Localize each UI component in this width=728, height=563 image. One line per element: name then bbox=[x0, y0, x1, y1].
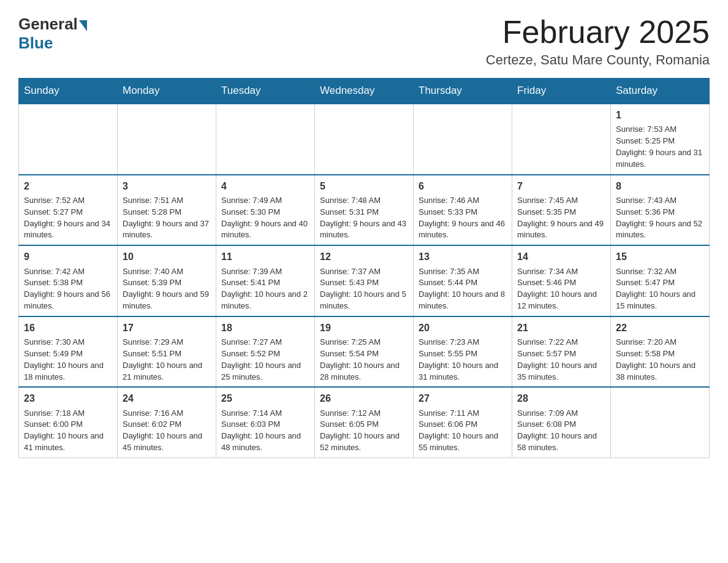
day-number: 21 bbox=[517, 321, 605, 335]
calendar-cell: 18Sunrise: 7:27 AM Sunset: 5:52 PM Dayli… bbox=[216, 316, 315, 388]
calendar-cell: 4Sunrise: 7:49 AM Sunset: 5:30 PM Daylig… bbox=[216, 175, 315, 246]
calendar-cell: 28Sunrise: 7:09 AM Sunset: 6:08 PM Dayli… bbox=[512, 387, 611, 458]
day-info: Sunrise: 7:22 AM Sunset: 5:57 PM Dayligh… bbox=[517, 337, 605, 383]
day-info: Sunrise: 7:37 AM Sunset: 5:43 PM Dayligh… bbox=[320, 266, 408, 312]
day-number: 18 bbox=[221, 321, 309, 335]
day-info: Sunrise: 7:29 AM Sunset: 5:51 PM Dayligh… bbox=[123, 337, 211, 383]
day-number: 19 bbox=[320, 321, 408, 335]
calendar-cell: 22Sunrise: 7:20 AM Sunset: 5:58 PM Dayli… bbox=[611, 316, 710, 388]
calendar-header-tuesday: Tuesday bbox=[216, 79, 315, 104]
calendar-header-sunday: Sunday bbox=[19, 79, 118, 104]
day-number: 26 bbox=[320, 391, 408, 405]
calendar-cell: 24Sunrise: 7:16 AM Sunset: 6:02 PM Dayli… bbox=[118, 387, 216, 458]
day-info: Sunrise: 7:20 AM Sunset: 5:58 PM Dayligh… bbox=[616, 337, 704, 383]
calendar-cell: 11Sunrise: 7:39 AM Sunset: 5:41 PM Dayli… bbox=[216, 245, 315, 316]
calendar-cell bbox=[216, 104, 315, 175]
calendar-cell: 2Sunrise: 7:52 AM Sunset: 5:27 PM Daylig… bbox=[19, 175, 118, 246]
day-number: 16 bbox=[24, 321, 112, 335]
calendar-cell: 6Sunrise: 7:46 AM Sunset: 5:33 PM Daylig… bbox=[414, 175, 512, 246]
day-number: 11 bbox=[221, 250, 309, 264]
logo-general-text: General bbox=[18, 15, 78, 34]
location-subtitle: Certeze, Satu Mare County, Romania bbox=[486, 52, 710, 68]
calendar-header-friday: Friday bbox=[512, 79, 611, 104]
day-number: 7 bbox=[517, 179, 605, 193]
calendar-cell: 26Sunrise: 7:12 AM Sunset: 6:05 PM Dayli… bbox=[315, 387, 414, 458]
calendar-cell: 1Sunrise: 7:53 AM Sunset: 5:25 PM Daylig… bbox=[611, 104, 710, 175]
calendar-cell: 12Sunrise: 7:37 AM Sunset: 5:43 PM Dayli… bbox=[315, 245, 414, 316]
calendar-cell: 7Sunrise: 7:45 AM Sunset: 5:35 PM Daylig… bbox=[512, 175, 611, 246]
day-info: Sunrise: 7:46 AM Sunset: 5:33 PM Dayligh… bbox=[419, 195, 507, 241]
calendar-cell: 8Sunrise: 7:43 AM Sunset: 5:36 PM Daylig… bbox=[611, 175, 710, 246]
day-number: 12 bbox=[320, 250, 408, 264]
day-info: Sunrise: 7:49 AM Sunset: 5:30 PM Dayligh… bbox=[221, 195, 309, 241]
day-info: Sunrise: 7:11 AM Sunset: 6:06 PM Dayligh… bbox=[419, 408, 507, 454]
day-info: Sunrise: 7:12 AM Sunset: 6:05 PM Dayligh… bbox=[320, 408, 408, 454]
day-info: Sunrise: 7:25 AM Sunset: 5:54 PM Dayligh… bbox=[320, 337, 408, 383]
calendar-cell bbox=[19, 104, 118, 175]
calendar-header-thursday: Thursday bbox=[414, 79, 512, 104]
logo-blue-text: Blue bbox=[18, 34, 53, 52]
day-number: 28 bbox=[517, 391, 605, 405]
calendar-cell: 14Sunrise: 7:34 AM Sunset: 5:46 PM Dayli… bbox=[512, 245, 611, 316]
day-info: Sunrise: 7:34 AM Sunset: 5:46 PM Dayligh… bbox=[517, 266, 605, 312]
calendar-cell: 15Sunrise: 7:32 AM Sunset: 5:47 PM Dayli… bbox=[611, 245, 710, 316]
calendar-cell bbox=[611, 387, 710, 458]
calendar-week-row: 2Sunrise: 7:52 AM Sunset: 5:27 PM Daylig… bbox=[19, 175, 710, 246]
calendar-cell bbox=[315, 104, 414, 175]
calendar-cell: 20Sunrise: 7:23 AM Sunset: 5:55 PM Dayli… bbox=[414, 316, 512, 388]
logo: General Blue bbox=[18, 15, 88, 53]
calendar-header-wednesday: Wednesday bbox=[315, 79, 414, 104]
day-info: Sunrise: 7:14 AM Sunset: 6:03 PM Dayligh… bbox=[221, 408, 309, 454]
calendar-week-row: 16Sunrise: 7:30 AM Sunset: 5:49 PM Dayli… bbox=[19, 316, 710, 388]
day-number: 6 bbox=[419, 179, 507, 193]
page-header: General Blue February 2025 Certeze, Satu… bbox=[18, 15, 710, 68]
calendar-cell: 3Sunrise: 7:51 AM Sunset: 5:28 PM Daylig… bbox=[118, 175, 216, 246]
calendar-header-saturday: Saturday bbox=[611, 79, 710, 104]
day-info: Sunrise: 7:45 AM Sunset: 5:35 PM Dayligh… bbox=[517, 195, 605, 241]
calendar-header-row: SundayMondayTuesdayWednesdayThursdayFrid… bbox=[19, 79, 710, 104]
day-number: 1 bbox=[616, 108, 704, 122]
day-number: 4 bbox=[221, 179, 309, 193]
day-number: 22 bbox=[616, 321, 704, 335]
calendar-week-row: 23Sunrise: 7:18 AM Sunset: 6:00 PM Dayli… bbox=[19, 387, 710, 458]
calendar-header-monday: Monday bbox=[118, 79, 216, 104]
calendar-cell: 27Sunrise: 7:11 AM Sunset: 6:06 PM Dayli… bbox=[414, 387, 512, 458]
day-info: Sunrise: 7:42 AM Sunset: 5:38 PM Dayligh… bbox=[24, 266, 112, 312]
month-title: February 2025 bbox=[486, 15, 710, 50]
day-info: Sunrise: 7:30 AM Sunset: 5:49 PM Dayligh… bbox=[24, 337, 112, 383]
day-info: Sunrise: 7:27 AM Sunset: 5:52 PM Dayligh… bbox=[221, 337, 309, 383]
day-info: Sunrise: 7:18 AM Sunset: 6:00 PM Dayligh… bbox=[24, 408, 112, 454]
day-info: Sunrise: 7:52 AM Sunset: 5:27 PM Dayligh… bbox=[24, 195, 112, 241]
title-block: February 2025 Certeze, Satu Mare County,… bbox=[486, 15, 710, 68]
logo-arrow-icon bbox=[79, 20, 87, 31]
day-number: 10 bbox=[123, 250, 211, 264]
day-number: 5 bbox=[320, 179, 408, 193]
calendar-table: SundayMondayTuesdayWednesdayThursdayFrid… bbox=[18, 78, 710, 458]
calendar-cell bbox=[414, 104, 512, 175]
day-info: Sunrise: 7:16 AM Sunset: 6:02 PM Dayligh… bbox=[123, 408, 211, 454]
day-number: 17 bbox=[123, 321, 211, 335]
day-info: Sunrise: 7:39 AM Sunset: 5:41 PM Dayligh… bbox=[221, 266, 309, 312]
day-number: 8 bbox=[616, 179, 704, 193]
calendar-cell bbox=[118, 104, 216, 175]
calendar-cell: 21Sunrise: 7:22 AM Sunset: 5:57 PM Dayli… bbox=[512, 316, 611, 388]
day-info: Sunrise: 7:32 AM Sunset: 5:47 PM Dayligh… bbox=[616, 266, 704, 312]
day-info: Sunrise: 7:53 AM Sunset: 5:25 PM Dayligh… bbox=[616, 124, 704, 170]
day-number: 2 bbox=[24, 179, 112, 193]
calendar-week-row: 9Sunrise: 7:42 AM Sunset: 5:38 PM Daylig… bbox=[19, 245, 710, 316]
calendar-cell bbox=[512, 104, 611, 175]
day-number: 24 bbox=[123, 391, 211, 405]
calendar-cell: 13Sunrise: 7:35 AM Sunset: 5:44 PM Dayli… bbox=[414, 245, 512, 316]
calendar-cell: 23Sunrise: 7:18 AM Sunset: 6:00 PM Dayli… bbox=[19, 387, 118, 458]
calendar-cell: 19Sunrise: 7:25 AM Sunset: 5:54 PM Dayli… bbox=[315, 316, 414, 388]
day-info: Sunrise: 7:48 AM Sunset: 5:31 PM Dayligh… bbox=[320, 195, 408, 241]
calendar-cell: 5Sunrise: 7:48 AM Sunset: 5:31 PM Daylig… bbox=[315, 175, 414, 246]
calendar-cell: 17Sunrise: 7:29 AM Sunset: 5:51 PM Dayli… bbox=[118, 316, 216, 388]
day-number: 15 bbox=[616, 250, 704, 264]
day-number: 13 bbox=[419, 250, 507, 264]
day-number: 23 bbox=[24, 391, 112, 405]
day-number: 9 bbox=[24, 250, 112, 264]
day-info: Sunrise: 7:40 AM Sunset: 5:39 PM Dayligh… bbox=[123, 266, 211, 312]
calendar-cell: 25Sunrise: 7:14 AM Sunset: 6:03 PM Dayli… bbox=[216, 387, 315, 458]
day-number: 25 bbox=[221, 391, 309, 405]
